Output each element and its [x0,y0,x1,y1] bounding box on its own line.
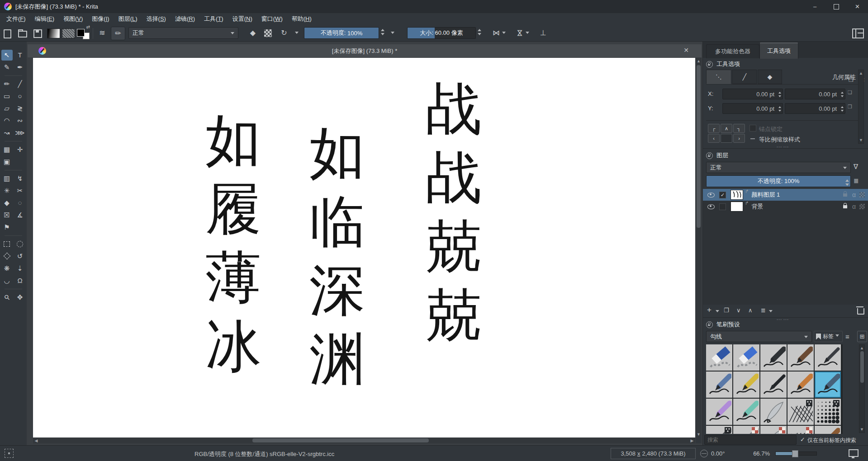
magnetic-select-tool[interactable]: Ω [14,275,26,286]
brush-preset-tile-hatch[interactable] [787,399,814,425]
brush-search-input[interactable] [704,435,797,445]
chevron-down-icon[interactable] [502,32,506,36]
add-layer-button[interactable]: + [707,306,711,315]
menu-f[interactable]: 文件(F) [2,15,30,23]
brush-preset-tile-pen[interactable] [706,399,732,425]
brush-preset-tile-pen[interactable] [733,399,759,425]
brush-presets-button[interactable]: ✏ [111,27,125,40]
workspace-chooser-icon[interactable] [852,28,864,38]
text-tool[interactable]: T [14,50,26,61]
chevron-down-icon[interactable] [769,310,773,314]
polyline-tool[interactable]: ≷ [14,103,26,114]
scroll-down-icon[interactable]: ▼ [696,432,702,437]
measure-tool[interactable]: ∡ [14,210,26,221]
layer-opacity-slider[interactable]: 不透明度: 100% [706,175,851,187]
brush-grid-scrollbar[interactable]: ▲ ▼ [859,344,865,433]
brush-preset-tile-pen[interactable] [815,372,841,398]
open-document-icon[interactable] [18,31,27,38]
menu-t[interactable]: 工具(T) [199,15,228,23]
height-field[interactable]: 0.00 pt [785,103,845,114]
ellipse-tool[interactable]: ○ [14,91,26,102]
transform-select-tool[interactable]: ↖ [1,50,13,61]
brush-preset-tile-pen[interactable] [787,372,814,398]
spinner-icon[interactable] [778,105,781,113]
save-icon[interactable] [33,29,42,38]
size-spinner[interactable] [478,27,481,37]
document-close-icon[interactable]: ✕ [682,47,691,54]
brush-preset-tile-quill[interactable] [760,426,787,434]
window-maximize-button[interactable] [825,0,847,13]
edit-shapes-tool[interactable]: ✎ [1,62,13,73]
canvas[interactable]: 战战兢兢如临深渊如履薄冰 [33,58,695,437]
layer-lock-icon[interactable] [843,193,847,197]
opacity-slider[interactable]: 不透明度: 100% [304,27,379,39]
layer-options-icon[interactable]: ≣ [854,177,859,184]
layer-lock-icon[interactable] [843,205,847,208]
multibrush-tool[interactable]: ⋙ [14,127,26,138]
width-field[interactable]: 0.00 pt [785,89,845,99]
menu-l[interactable]: 图层(L) [114,15,142,23]
color-select-tool[interactable]: ⇣ [14,263,26,274]
brush-tag-filter-dropdown[interactable]: 勾线 [706,331,812,342]
brush-size-slider[interactable]: 大小: 60.00 像素 [407,27,476,39]
bezier-curve-tool[interactable]: ◠ [1,115,13,126]
zoom-slider-handle[interactable] [792,450,798,457]
paste-geometry-icon[interactable]: ❒ [848,104,852,110]
fg-bg-color-chooser[interactable]: ⇄ [77,27,90,39]
layer-properties-button[interactable]: ≣ [761,307,766,314]
layer-visibility-icon[interactable] [707,193,715,198]
lock-docker-icon[interactable] [706,152,713,159]
pattern-edit-tool[interactable]: ✳ [1,185,13,196]
move-layer-down-button[interactable]: ∨ [736,307,741,314]
layer-row[interactable]: ↱背景α [703,201,868,212]
brush-preset-tile-pen[interactable] [815,344,841,371]
move-tool[interactable]: ✛ [14,144,26,155]
chevron-down-icon[interactable] [295,32,299,36]
wrap-around-mode-icon[interactable]: ⊥ [538,27,548,39]
scroll-up-icon[interactable]: ▲ [696,59,702,63]
pan-tool[interactable]: ✥ [14,292,26,303]
color-sampler-tool[interactable]: ↯ [14,173,26,184]
search-scope-checkbox[interactable]: ✓ [800,436,805,443]
menu-r[interactable]: 滤镜(R) [171,15,199,23]
display-mode-icon[interactable]: ≡ [845,333,849,340]
layer-filter-icon[interactable]: ∇ [854,163,858,171]
scroll-left-icon[interactable]: ◀ [34,438,38,443]
spinner-icon[interactable] [841,105,844,113]
document-tab-bar[interactable]: [未保存图像] (73.3 MiB) * ✕ [28,44,702,57]
menu-w[interactable]: 窗口(W) [257,15,287,23]
tab-advanced-color-selector[interactable]: 多功能拾色器 [706,44,759,58]
polygon-select-tool[interactable] [1,251,13,262]
preserve-alpha-icon[interactable] [264,29,272,37]
calligraphy-tool[interactable]: ✒ [14,62,26,73]
fill-tool[interactable]: ◆ [1,198,13,208]
layer-row[interactable]: ✓↱颜料图层 1α [703,189,868,201]
crop-tool[interactable]: ▣ [1,156,13,167]
gradient-tool[interactable]: ▥ [1,173,13,184]
menu-i[interactable]: 图像(I) [87,15,114,23]
docker-resize-handle[interactable]: …… [776,142,790,149]
polygon-tool[interactable]: ▱ [1,103,13,114]
pattern-chooser[interactable] [62,28,75,38]
freehand-brush-tool[interactable]: ✏ [1,79,13,89]
menu-v[interactable]: 视图(V) [59,15,87,23]
brush-preset-tile-pen[interactable] [787,344,814,371]
scroll-right-icon[interactable]: ▶ [690,438,694,443]
brush-preset-tile-pen[interactable] [760,372,787,398]
edit-brush-settings-icon[interactable]: ≋ [96,27,108,39]
duplicate-layer-button[interactable]: ❐ [724,307,729,314]
tab-fill[interactable]: ◆ [758,70,782,84]
brush-preset-tile-pen[interactable] [733,372,759,398]
brush-preset-tile-eraser[interactable] [706,344,732,371]
selection-display-mode-icon[interactable] [5,449,14,458]
canvas-horizontal-scrollbar[interactable]: ◀ ▶ [33,437,695,443]
anchor-lock-checkbox[interactable] [749,125,756,132]
spinner-icon[interactable] [841,90,844,99]
spinner-icon[interactable] [778,90,781,99]
tab-tool-options[interactable]: 工具选项 [759,42,798,59]
anchor-top-right-button[interactable]: ┐ [733,124,745,133]
window-close-button[interactable]: ✕ [847,0,868,13]
menu-e[interactable]: 编辑(E) [30,15,59,23]
brush-preset-tile-pen[interactable] [733,426,759,434]
menu-n[interactable]: 设置(N) [228,15,257,23]
